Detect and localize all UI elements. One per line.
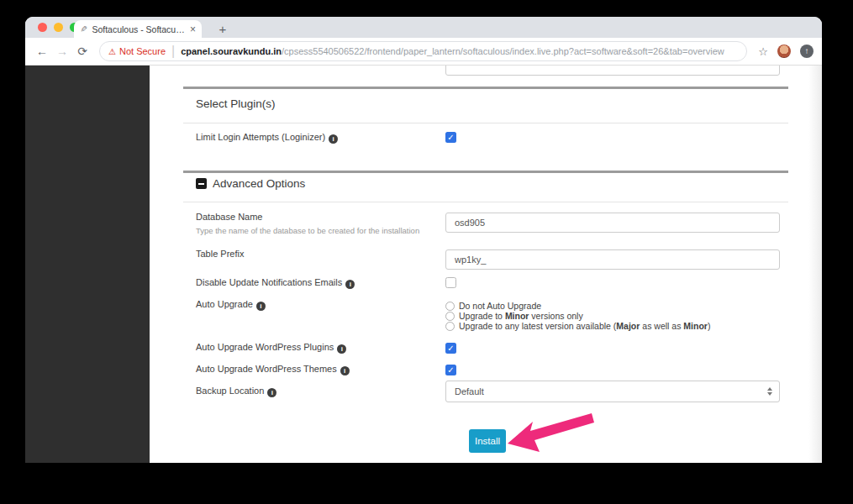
browser-window: ✎ Softaculous - Softaculous - W × + ← → …	[25, 17, 822, 463]
loginizer-checkbox[interactable]: ✓	[445, 132, 456, 143]
auto-upgrade-option-any[interactable]: Upgrade to any latest version available …	[445, 321, 710, 331]
section-divider	[183, 87, 788, 89]
omnibox-separator: |	[171, 44, 175, 59]
reload-icon[interactable]: ⟳	[74, 45, 91, 58]
page-content: Select Plugin(s) Limit Login Attempts (L…	[25, 66, 822, 463]
divider	[183, 202, 788, 202]
info-icon[interactable]: i	[340, 366, 350, 375]
url-path: /cpsess5540506522/frontend/paper_lantern…	[282, 46, 724, 56]
backup-location-select[interactable]: Default	[445, 381, 780, 402]
table-prefix-input[interactable]	[445, 249, 780, 270]
close-window-button[interactable]	[38, 23, 47, 32]
section-divider	[183, 171, 788, 173]
select-stepper-icon	[767, 387, 772, 396]
back-icon[interactable]: ←	[34, 45, 50, 58]
info-icon[interactable]: i	[337, 344, 346, 354]
advanced-options-header[interactable]: Advanced Options	[196, 177, 305, 190]
scrollbar[interactable]	[808, 66, 822, 463]
browser-tab[interactable]: ✎ Softaculous - Softaculous - W ×	[74, 20, 202, 38]
disable-updates-checkbox[interactable]	[445, 277, 456, 288]
auto-upgrade-option-minor[interactable]: Upgrade to Minor versions only	[445, 311, 583, 321]
auto-upgrade-plugins-checkbox[interactable]: ✓	[445, 343, 456, 354]
url-domain: cpanel.souravkundu.in	[181, 46, 282, 56]
new-tab-button[interactable]: +	[213, 20, 232, 38]
auto-upgrade-option-none[interactable]: Do not Auto Upgrade	[445, 301, 541, 311]
info-icon[interactable]: i	[267, 388, 276, 397]
loginizer-label: Limit Login Attempts (Loginizer)i	[196, 132, 338, 144]
browser-menu-icon[interactable]: ↑	[800, 45, 814, 58]
table-prefix-label: Table Prefix	[196, 249, 244, 259]
partial-top-input[interactable]	[445, 66, 780, 76]
info-icon[interactable]: i	[329, 134, 338, 144]
tab-title: Softaculous - Softaculous - W	[92, 24, 186, 34]
divider	[183, 123, 788, 123]
radio-icon[interactable]	[445, 312, 455, 321]
auto-upgrade-label: Auto Upgradei	[196, 299, 266, 311]
radio-icon[interactable]	[445, 322, 455, 331]
auto-upgrade-themes-label: Auto Upgrade WordPress Themesi	[196, 364, 350, 375]
auto-upgrade-themes-checkbox[interactable]: ✓	[445, 365, 456, 375]
selected-option: Default	[455, 386, 767, 396]
favicon-icon: ✎	[79, 25, 88, 32]
info-icon[interactable]: i	[256, 302, 266, 311]
cpanel-sidebar	[25, 66, 150, 463]
annotation-arrow-icon	[504, 412, 597, 452]
softaculous-form: Select Plugin(s) Limit Login Attempts (L…	[150, 66, 808, 463]
window-controls	[38, 23, 79, 32]
collapse-icon[interactable]	[196, 178, 207, 189]
bookmark-star-icon[interactable]: ☆	[758, 45, 768, 58]
database-name-help: Type the name of the database to be crea…	[196, 226, 419, 235]
forward-icon[interactable]: →	[54, 45, 71, 58]
disable-updates-label: Disable Update Notifications Emailsi	[196, 277, 355, 289]
warning-icon: ⚠	[108, 47, 116, 56]
profile-avatar[interactable]	[777, 45, 791, 58]
page-url[interactable]: cpanel.souravkundu.in/cpsess5540506522/f…	[181, 46, 724, 56]
address-bar[interactable]: ⚠ Not Secure | cpanel.souravkundu.in/cps…	[99, 41, 747, 61]
database-name-label: Database Name	[196, 212, 263, 222]
minimize-window-button[interactable]	[54, 23, 63, 32]
select-plugins-heading: Select Plugin(s)	[196, 97, 276, 110]
browser-toolbar: ← → ⟳ ⚠ Not Secure | cpanel.souravkundu.…	[25, 38, 822, 66]
auto-upgrade-plugins-label: Auto Upgrade WordPress Pluginsi	[196, 342, 346, 354]
database-name-input[interactable]	[445, 213, 780, 233]
info-icon[interactable]: i	[345, 280, 355, 289]
not-secure-label[interactable]: Not Secure	[119, 46, 166, 56]
install-button[interactable]: Install	[469, 429, 506, 453]
radio-icon[interactable]	[445, 302, 455, 311]
tab-bar: ✎ Softaculous - Softaculous - W × +	[25, 17, 822, 38]
close-tab-icon[interactable]: ×	[190, 24, 196, 35]
backup-location-label: Backup Locationi	[196, 386, 276, 397]
